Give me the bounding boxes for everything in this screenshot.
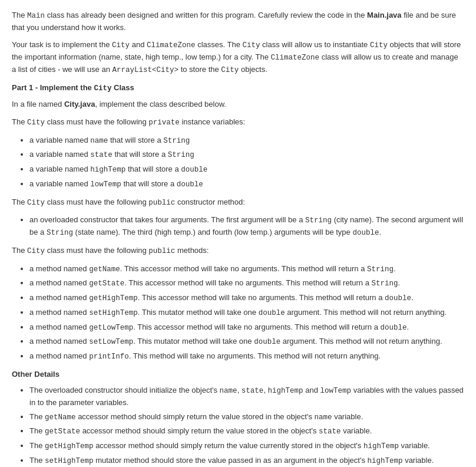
var-name: highTemp xyxy=(90,166,125,174)
main-java-ref: Main.java xyxy=(367,11,402,19)
var-name: name xyxy=(90,137,108,145)
constructor-list: an overloaded constructor that takes fou… xyxy=(29,214,464,239)
string-ref-1: String xyxy=(305,216,332,225)
arg-type: double xyxy=(259,309,285,317)
list-item: The overloaded constructor should initia… xyxy=(29,384,464,408)
method-name: printInfo xyxy=(89,353,129,361)
list-item: The getState accessor method should simp… xyxy=(29,425,464,438)
intro-para2: Your task is to implement the City and C… xyxy=(12,39,464,75)
var-name: lowTemp xyxy=(90,180,121,189)
var-name: state xyxy=(90,151,113,159)
instance-vars-intro: The City class must have the following p… xyxy=(12,116,464,129)
sethightemp-ref: setHighTemp xyxy=(45,457,94,465)
state-var-ref: state xyxy=(319,427,341,436)
return-type: String xyxy=(367,265,394,274)
list-item: a method named printInfo. This method wi… xyxy=(29,350,464,363)
list-item: a method named getHighTemp. This accesso… xyxy=(29,292,464,304)
list-item: a method named getState. This accessor m… xyxy=(29,277,464,290)
part1-heading: Part 1 - Implement the City Class xyxy=(12,82,464,94)
city-ref-1: City xyxy=(112,41,130,50)
var-type: double xyxy=(177,180,203,189)
arg-type: double xyxy=(254,338,280,346)
list-item: a variable named state that will store a… xyxy=(29,149,464,161)
method-name: getName xyxy=(89,265,120,274)
list-item: a variable named highTemp that will stor… xyxy=(29,163,464,176)
method-name: getState xyxy=(89,279,124,288)
other-details-heading: Other Details xyxy=(12,369,464,380)
file-intro: In a file named City.java, implement the… xyxy=(12,98,464,110)
city-ref-2: City xyxy=(242,41,260,50)
list-item: a method named setLowTemp. This mutator … xyxy=(29,336,464,348)
city-ref-iv: City xyxy=(27,119,45,127)
return-type: double xyxy=(385,294,411,302)
main-content: The Main class has already been designed… xyxy=(12,9,464,467)
methods-list: a method named getName. This accessor me… xyxy=(29,263,464,363)
list-item: The setHighTemp mutator method should st… xyxy=(29,455,464,467)
double-ref-cons: double xyxy=(352,229,379,237)
method-name: getLowTemp xyxy=(89,324,133,332)
name-var-ref: name xyxy=(315,413,332,422)
code-hightemp: highTemp xyxy=(268,387,303,395)
arraylist-ref: ArrayList<City> xyxy=(113,66,179,74)
list-item: a variable named lowTemp that will store… xyxy=(29,178,464,190)
code-state: state xyxy=(242,387,264,395)
instance-vars-list: a variable named name that will store a … xyxy=(29,134,464,190)
city-heading-ref: City xyxy=(94,84,111,93)
private-keyword: private xyxy=(148,119,180,127)
hightemp-var-ref: highTemp xyxy=(363,442,399,450)
return-type: double xyxy=(381,324,407,332)
intro-para1: The Main class has already been designed… xyxy=(12,9,464,33)
climatezone-ref-2: ClimateZone xyxy=(271,54,320,62)
code-lowtemp: lowTemp xyxy=(320,387,352,395)
other-details-list: The overloaded constructor should initia… xyxy=(29,384,464,467)
list-item: a method named getLowTemp. This accessor… xyxy=(29,321,464,334)
public-keyword-cons: public xyxy=(148,199,175,207)
method-name: setLowTemp xyxy=(89,338,133,346)
gethightemp-ref: getHighTemp xyxy=(45,442,94,450)
city-java-ref: City.java xyxy=(64,100,95,108)
hightemp-var-ref2: highTemp xyxy=(368,457,403,465)
var-type: String xyxy=(168,151,194,159)
list-item: an overloaded constructor that takes fou… xyxy=(29,214,464,239)
methods-intro: The City class must have the following p… xyxy=(12,245,464,257)
list-item: a method named setHighTemp. This mutator… xyxy=(29,307,464,319)
climatezone-ref-1: ClimateZone xyxy=(147,41,196,50)
string-ref-2: String xyxy=(47,229,73,237)
getname-ref: getName xyxy=(45,413,76,422)
return-type: String xyxy=(372,279,398,288)
code-name: name xyxy=(220,387,237,395)
list-item: a variable named name that will store a … xyxy=(29,134,464,147)
public-keyword-meth: public xyxy=(148,247,175,255)
main-class-ref: Main xyxy=(27,12,45,20)
list-item: The getHighTemp accessor method should s… xyxy=(29,440,464,452)
var-type: String xyxy=(163,137,190,145)
constructor-intro: The City class must have the following p… xyxy=(12,196,464,209)
city-ref-meth: City xyxy=(27,247,45,255)
list-item: a method named getName. This accessor me… xyxy=(29,263,464,275)
method-name: setHighTemp xyxy=(89,309,138,317)
getstate-ref: getState xyxy=(45,427,80,436)
city-ref-cons: City xyxy=(27,199,45,207)
city-ref-4: City xyxy=(221,66,239,74)
method-name: getHighTemp xyxy=(89,294,138,302)
var-type: double xyxy=(181,166,207,174)
list-item: The getName accessor method should simpl… xyxy=(29,411,464,423)
city-ref-3: City xyxy=(370,41,388,50)
